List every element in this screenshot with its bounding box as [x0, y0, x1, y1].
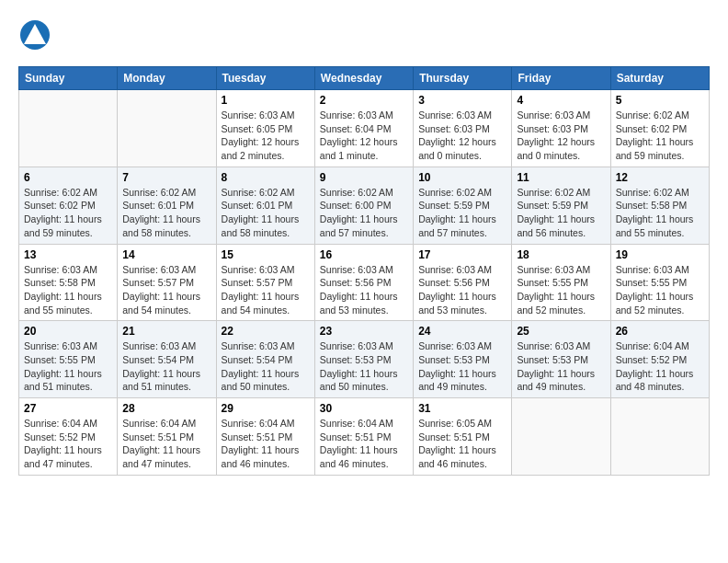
day-info: Sunrise: 6:03 AM Sunset: 5:54 PM Dayligh… [222, 339, 310, 394]
day-info: Sunrise: 6:02 AM Sunset: 6:01 PM Dayligh… [122, 186, 210, 240]
day-cell: 4Sunrise: 6:03 AM Sunset: 6:03 PM Daylig… [512, 90, 610, 167]
day-info: Sunrise: 6:02 AM Sunset: 6:00 PM Dayligh… [320, 186, 408, 240]
day-number: 8 [222, 171, 310, 184]
day-number: 18 [517, 248, 605, 261]
day-cell [19, 90, 118, 167]
day-cell: 5Sunrise: 6:02 AM Sunset: 6:02 PM Daylig… [610, 90, 709, 167]
day-cell: 6Sunrise: 6:02 AM Sunset: 6:02 PM Daylig… [19, 167, 118, 244]
day-number: 31 [418, 402, 506, 415]
day-cell: 26Sunrise: 6:04 AM Sunset: 5:52 PM Dayli… [610, 321, 709, 398]
day-info: Sunrise: 6:02 AM Sunset: 6:02 PM Dayligh… [24, 186, 112, 240]
day-number: 26 [616, 325, 704, 338]
day-info: Sunrise: 6:03 AM Sunset: 5:55 PM Dayligh… [616, 263, 704, 317]
day-cell: 13Sunrise: 6:03 AM Sunset: 5:58 PM Dayli… [19, 244, 118, 321]
day-cell: 14Sunrise: 6:03 AM Sunset: 5:57 PM Dayli… [118, 244, 216, 321]
day-info: Sunrise: 6:03 AM Sunset: 5:53 PM Dayligh… [418, 339, 506, 394]
day-cell: 1Sunrise: 6:03 AM Sunset: 6:05 PM Daylig… [216, 90, 314, 167]
day-info: Sunrise: 6:03 AM Sunset: 6:03 PM Dayligh… [517, 109, 605, 163]
day-info: Sunrise: 6:02 AM Sunset: 6:01 PM Dayligh… [222, 186, 310, 240]
day-info: Sunrise: 6:03 AM Sunset: 5:57 PM Dayligh… [122, 263, 210, 317]
day-info: Sunrise: 6:03 AM Sunset: 6:03 PM Dayligh… [418, 109, 506, 163]
day-cell: 3Sunrise: 6:03 AM Sunset: 6:03 PM Daylig… [414, 90, 512, 167]
day-info: Sunrise: 6:03 AM Sunset: 6:04 PM Dayligh… [320, 109, 408, 163]
day-info: Sunrise: 6:03 AM Sunset: 5:58 PM Dayligh… [24, 263, 112, 317]
day-cell: 17Sunrise: 6:03 AM Sunset: 5:56 PM Dayli… [414, 244, 512, 321]
day-number: 20 [24, 325, 112, 338]
day-number: 17 [418, 248, 506, 261]
day-header-tuesday: Tuesday [216, 67, 314, 90]
day-cell: 24Sunrise: 6:03 AM Sunset: 5:53 PM Dayli… [414, 321, 512, 398]
day-cell: 20Sunrise: 6:03 AM Sunset: 5:55 PM Dayli… [19, 321, 118, 398]
day-cell: 22Sunrise: 6:03 AM Sunset: 5:54 PM Dayli… [216, 321, 314, 398]
day-number: 1 [222, 94, 310, 107]
logo-icon [18, 18, 51, 52]
page-header [18, 18, 710, 52]
day-cell [512, 398, 610, 476]
day-cell: 11Sunrise: 6:02 AM Sunset: 5:59 PM Dayli… [512, 167, 610, 244]
day-header-friday: Friday [512, 67, 610, 90]
day-info: Sunrise: 6:04 AM Sunset: 5:52 PM Dayligh… [616, 339, 704, 394]
day-info: Sunrise: 6:02 AM Sunset: 5:59 PM Dayligh… [418, 186, 506, 240]
day-cell: 30Sunrise: 6:04 AM Sunset: 5:51 PM Dayli… [314, 398, 413, 476]
day-number: 23 [320, 325, 408, 338]
day-info: Sunrise: 6:04 AM Sunset: 5:51 PM Dayligh… [222, 417, 310, 471]
week-row-4: 20Sunrise: 6:03 AM Sunset: 5:55 PM Dayli… [19, 321, 710, 398]
day-info: Sunrise: 6:03 AM Sunset: 6:05 PM Dayligh… [222, 109, 310, 163]
day-number: 25 [517, 325, 605, 338]
day-info: Sunrise: 6:05 AM Sunset: 5:51 PM Dayligh… [418, 417, 506, 471]
week-row-1: 1Sunrise: 6:03 AM Sunset: 6:05 PM Daylig… [19, 90, 710, 167]
day-number: 13 [24, 248, 112, 261]
day-number: 11 [517, 171, 605, 184]
day-info: Sunrise: 6:02 AM Sunset: 5:58 PM Dayligh… [616, 186, 704, 240]
day-info: Sunrise: 6:03 AM Sunset: 5:55 PM Dayligh… [517, 263, 605, 317]
day-cell: 31Sunrise: 6:05 AM Sunset: 5:51 PM Dayli… [414, 398, 512, 476]
day-number: 3 [418, 94, 506, 107]
day-info: Sunrise: 6:03 AM Sunset: 5:55 PM Dayligh… [24, 339, 112, 394]
day-header-sunday: Sunday [19, 67, 118, 90]
day-number: 5 [616, 94, 704, 107]
day-number: 19 [616, 248, 704, 261]
day-cell [118, 90, 216, 167]
day-cell: 19Sunrise: 6:03 AM Sunset: 5:55 PM Dayli… [610, 244, 709, 321]
day-cell [610, 398, 709, 476]
day-info: Sunrise: 6:03 AM Sunset: 5:53 PM Dayligh… [320, 339, 408, 394]
day-number: 28 [122, 402, 210, 415]
day-number: 12 [616, 171, 704, 184]
day-info: Sunrise: 6:03 AM Sunset: 5:57 PM Dayligh… [222, 263, 310, 317]
day-number: 6 [24, 171, 112, 184]
week-row-2: 6Sunrise: 6:02 AM Sunset: 6:02 PM Daylig… [19, 167, 710, 244]
logo [18, 18, 55, 52]
day-info: Sunrise: 6:03 AM Sunset: 5:56 PM Dayligh… [320, 263, 408, 317]
day-number: 7 [122, 171, 210, 184]
day-cell: 18Sunrise: 6:03 AM Sunset: 5:55 PM Dayli… [512, 244, 610, 321]
calendar-table: SundayMondayTuesdayWednesdayThursdayFrid… [18, 66, 710, 476]
day-header-saturday: Saturday [610, 67, 709, 90]
day-number: 21 [122, 325, 210, 338]
day-number: 24 [418, 325, 506, 338]
day-info: Sunrise: 6:03 AM Sunset: 5:53 PM Dayligh… [517, 339, 605, 394]
day-number: 29 [222, 402, 310, 415]
week-row-3: 13Sunrise: 6:03 AM Sunset: 5:58 PM Dayli… [19, 244, 710, 321]
day-cell: 7Sunrise: 6:02 AM Sunset: 6:01 PM Daylig… [118, 167, 216, 244]
day-cell: 27Sunrise: 6:04 AM Sunset: 5:52 PM Dayli… [19, 398, 118, 476]
day-header-thursday: Thursday [414, 67, 512, 90]
day-number: 15 [222, 248, 310, 261]
day-cell: 29Sunrise: 6:04 AM Sunset: 5:51 PM Dayli… [216, 398, 314, 476]
header-row: SundayMondayTuesdayWednesdayThursdayFrid… [19, 67, 710, 90]
day-cell: 23Sunrise: 6:03 AM Sunset: 5:53 PM Dayli… [314, 321, 413, 398]
day-number: 10 [418, 171, 506, 184]
day-number: 14 [122, 248, 210, 261]
day-cell: 15Sunrise: 6:03 AM Sunset: 5:57 PM Dayli… [216, 244, 314, 321]
day-cell: 21Sunrise: 6:03 AM Sunset: 5:54 PM Dayli… [118, 321, 216, 398]
day-number: 30 [320, 402, 408, 415]
day-number: 27 [24, 402, 112, 415]
day-header-wednesday: Wednesday [314, 67, 413, 90]
day-info: Sunrise: 6:04 AM Sunset: 5:52 PM Dayligh… [24, 417, 112, 471]
day-header-monday: Monday [118, 67, 216, 90]
week-row-5: 27Sunrise: 6:04 AM Sunset: 5:52 PM Dayli… [19, 398, 710, 476]
day-cell: 16Sunrise: 6:03 AM Sunset: 5:56 PM Dayli… [314, 244, 413, 321]
day-cell: 8Sunrise: 6:02 AM Sunset: 6:01 PM Daylig… [216, 167, 314, 244]
day-cell: 10Sunrise: 6:02 AM Sunset: 5:59 PM Dayli… [414, 167, 512, 244]
day-info: Sunrise: 6:02 AM Sunset: 5:59 PM Dayligh… [517, 186, 605, 240]
day-cell: 2Sunrise: 6:03 AM Sunset: 6:04 PM Daylig… [314, 90, 413, 167]
